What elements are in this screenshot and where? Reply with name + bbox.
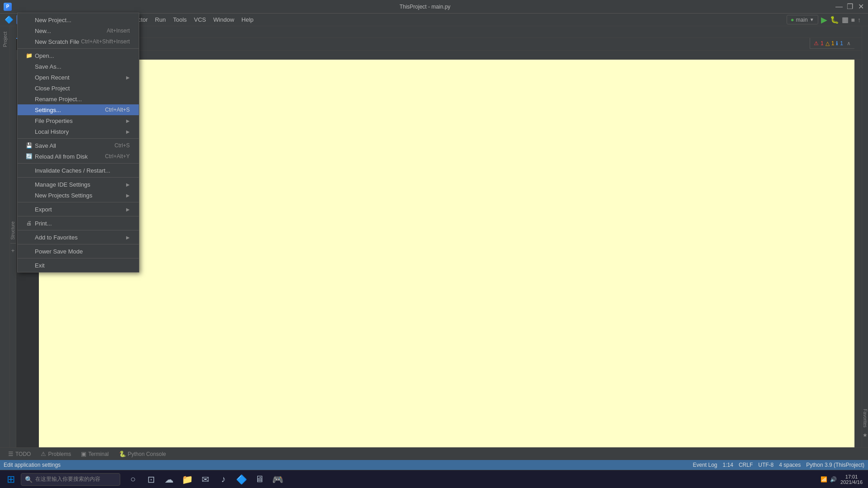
- system-tray: 📶 🔊: [821, 476, 837, 483]
- sep6: [18, 216, 139, 216]
- close-project-item[interactable]: Close Project: [18, 83, 139, 94]
- music-taskbar-icon[interactable]: ♪: [215, 471, 231, 488]
- info-icon: ℹ: [836, 40, 838, 47]
- cursor-position[interactable]: 1:14: [723, 462, 733, 468]
- taskbar-search[interactable]: 🔍 在这里输入你要搜索的内容: [21, 473, 120, 486]
- open-folder-icon: 📁: [25, 52, 33, 59]
- taskbar-icons: ○ ⊡ ☁ 📁 ✉ ♪ 🔷 🖥 🎮: [125, 471, 286, 488]
- sep8: [18, 244, 139, 244]
- reload-all-item[interactable]: 🔄 Reload All from Disk Ctrl+Alt+Y: [18, 151, 139, 162]
- task-view-btn[interactable]: ⊡: [143, 471, 159, 488]
- python-console-icon: 🐍: [119, 450, 126, 457]
- sep1: [18, 48, 139, 49]
- app-icon: P: [4, 3, 12, 11]
- sep9: [18, 258, 139, 258]
- event-log-link[interactable]: Event Log: [693, 462, 717, 468]
- cloud-taskbar-icon[interactable]: ☁: [161, 471, 177, 488]
- sep7: [18, 230, 139, 230]
- tools-menu[interactable]: Tools: [170, 15, 190, 24]
- network-icon: 📶: [821, 476, 827, 483]
- terminal-tab[interactable]: ▣ Terminal: [76, 449, 113, 459]
- new-projects-settings-item[interactable]: New Projects Settings: [18, 190, 139, 201]
- favorites-tab[interactable]: Favorites: [862, 407, 868, 429]
- manage-ide-item[interactable]: Manage IDE Settings: [18, 179, 139, 190]
- info-count: 1: [840, 40, 843, 47]
- close-button[interactable]: ✕: [857, 3, 864, 10]
- save-as-item[interactable]: Save As...: [18, 61, 139, 72]
- volume-icon: 🔊: [830, 476, 837, 483]
- sep5: [18, 202, 139, 202]
- project-panel-tab[interactable]: Project: [1, 28, 9, 51]
- minimize-button[interactable]: —: [835, 3, 843, 10]
- exit-item[interactable]: Exit: [18, 260, 139, 271]
- terminal-icon: ▣: [81, 450, 86, 457]
- left-sidebar: Project: [0, 26, 10, 447]
- pycharm-taskbar-icon[interactable]: 🔷: [233, 471, 250, 488]
- editor-area: ⚙ — 🐍 main.py × ...\ThisProject ⚠ 1 △ 1 …: [16, 26, 862, 447]
- run-config-selector[interactable]: ● main ▼: [787, 15, 818, 24]
- code-area: 1 import pygame ●: [16, 60, 862, 447]
- devtools-taskbar-icon[interactable]: 🖥: [251, 471, 268, 488]
- invalidate-caches-item[interactable]: Invalidate Caches / Restart...: [18, 165, 139, 176]
- structure-tab[interactable]: Structure: [9, 220, 16, 242]
- code-line-1: import pygame: [42, 63, 851, 72]
- taskbar-right: 📶 🔊 17:01 2021/4/16: [821, 474, 866, 485]
- window-menu[interactable]: Window: [210, 15, 238, 24]
- warn-count: 1: [831, 40, 835, 47]
- power-save-item[interactable]: Power Save Mode: [18, 246, 139, 257]
- app-project-icon: 🔷: [2, 14, 16, 25]
- line-ending[interactable]: CRLF: [739, 462, 753, 468]
- open-recent-item[interactable]: Open Recent: [18, 72, 139, 83]
- vcs-menu[interactable]: VCS: [190, 15, 210, 24]
- save-all-item[interactable]: 💾 Save All Ctrl+S: [18, 140, 139, 151]
- breadcrumb: ...\ThisProject: [16, 51, 862, 60]
- vertical-scrollbar[interactable]: [854, 60, 862, 447]
- error-indicator: ⚠ 1 △ 1 ℹ 1 ∧: [810, 38, 854, 49]
- open-item[interactable]: 📁 Open...: [18, 50, 139, 61]
- star-icon[interactable]: ★: [863, 432, 868, 438]
- search-icon: 🔍: [25, 476, 33, 483]
- edit-settings-link[interactable]: Edit application settings: [4, 462, 61, 468]
- debug-button[interactable]: 🐛: [830, 15, 839, 24]
- new-project-item[interactable]: New Project...: [18, 14, 139, 25]
- export-item[interactable]: Export: [18, 204, 139, 215]
- run-menu[interactable]: Run: [151, 15, 170, 24]
- print-item[interactable]: 🖨 Print...: [18, 218, 139, 229]
- encoding[interactable]: UTF-8: [758, 462, 774, 468]
- clock[interactable]: 17:01 2021/4/16: [840, 474, 863, 485]
- update-button[interactable]: ↑: [858, 16, 861, 23]
- folder-taskbar-icon[interactable]: 📁: [179, 471, 195, 488]
- window-title: ThisProject - main.py: [14, 4, 835, 10]
- file-properties-item[interactable]: File Properties: [18, 115, 139, 126]
- python-console-tab[interactable]: 🐍 Python Console: [114, 449, 171, 459]
- coverage-button[interactable]: ▦: [842, 15, 849, 24]
- local-history-item[interactable]: Local History: [18, 126, 139, 137]
- settings-item[interactable]: Settings... Ctrl+Alt+S: [18, 104, 139, 115]
- task-view-icon[interactable]: ○: [125, 471, 141, 488]
- print-icon: 🖨: [25, 220, 33, 226]
- help-menu[interactable]: Help: [238, 15, 257, 24]
- indent-setting[interactable]: 4 spaces: [779, 462, 801, 468]
- mail-taskbar-icon[interactable]: ✉: [197, 471, 213, 488]
- add-icon[interactable]: +: [11, 247, 15, 254]
- rename-project-item[interactable]: Rename Project...: [18, 94, 139, 104]
- game-taskbar-icon[interactable]: 🎮: [269, 471, 286, 488]
- run-button[interactable]: ▶: [821, 15, 827, 25]
- start-button[interactable]: ⊞: [2, 471, 20, 488]
- error-marker-line: ●: [42, 72, 851, 81]
- stop-button[interactable]: ■: [851, 16, 855, 23]
- sep3: [18, 163, 139, 164]
- todo-tab[interactable]: ☰ TODO: [4, 449, 35, 459]
- new-scratch-item[interactable]: New Scratch File Ctrl+Alt+Shift+Insert: [18, 36, 139, 47]
- problems-tab[interactable]: ⚠ Problems: [36, 449, 75, 459]
- restore-button[interactable]: ❐: [846, 3, 854, 10]
- tab-bar: 🐍 main.py ×: [16, 38, 862, 51]
- add-to-favorites-item[interactable]: Add to Favorites: [18, 232, 139, 243]
- error-count: 1: [821, 40, 824, 47]
- collapse-icon[interactable]: ∧: [847, 40, 851, 47]
- code-content[interactable]: import pygame ●: [39, 60, 854, 447]
- sep4: [18, 177, 139, 178]
- windows-taskbar: ⊞ 🔍 在这里输入你要搜索的内容 ○ ⊡ ☁ 📁 ✉ ♪ 🔷 🖥 🎮 📶 🔊 1…: [0, 470, 868, 488]
- python-version[interactable]: Python 3.9 (ThisProject): [806, 462, 864, 468]
- new-item[interactable]: New... Alt+Insert: [18, 25, 139, 36]
